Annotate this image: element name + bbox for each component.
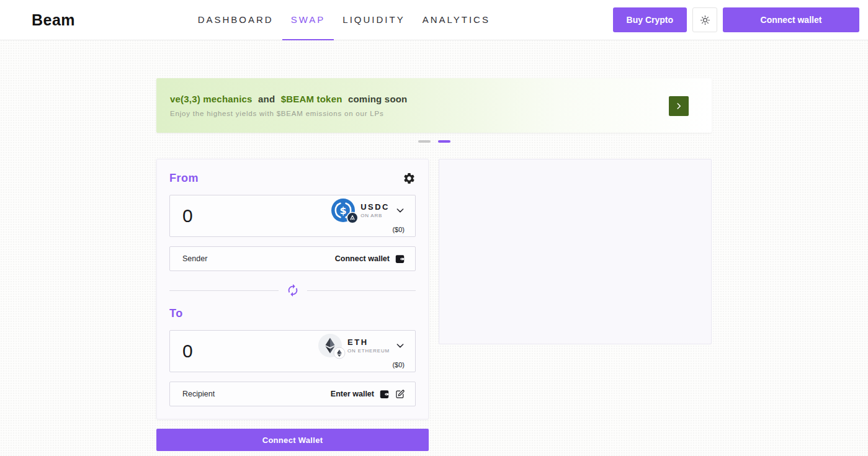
carousel-dot-1[interactable]	[418, 140, 431, 143]
from-amount-input[interactable]	[182, 205, 282, 226]
sender-row: Sender Connect wallet	[169, 246, 416, 271]
swap-divider	[169, 284, 416, 297]
swap-card: From USDC	[156, 159, 429, 419]
brand-name: Beam	[32, 11, 75, 29]
sun-icon	[699, 14, 711, 26]
promo-banner-title: ve(3,3) mechanics and $BEAM token coming…	[170, 94, 662, 104]
chevron-down-icon	[395, 341, 405, 351]
eth-badge-icon	[333, 347, 346, 359]
to-token-network: ON ETHEREUM	[347, 348, 390, 354]
brand-logo[interactable]: Beam	[9, 7, 75, 32]
banner-title-part: and	[258, 94, 275, 104]
wallet-icon	[395, 254, 405, 264]
promo-banner: ve(3,3) mechanics and $BEAM token coming…	[156, 78, 712, 133]
header-actions: Buy Crypto Connect wallet	[613, 7, 859, 32]
from-fiat-value: ($0)	[392, 226, 405, 233]
divider-line	[307, 290, 416, 291]
carousel-dot-2[interactable]	[438, 140, 450, 143]
recipient-label: Recipient	[182, 390, 215, 398]
banner-title-part: ve(3,3) mechanics	[170, 94, 253, 104]
to-amount-input[interactable]	[182, 341, 282, 362]
sender-label: Sender	[182, 254, 207, 263]
sender-connect-wallet[interactable]: Connect wallet	[335, 254, 405, 264]
nav-swap[interactable]: SWAP	[282, 0, 334, 40]
recipient-action-label: Enter wallet	[331, 390, 374, 398]
edit-icon[interactable]	[395, 389, 405, 400]
nav-liquidity[interactable]: LIQUIDITY	[334, 0, 413, 40]
to-amount-box: ETH ON ETHEREUM ($0)	[169, 330, 416, 372]
beam-logo-icon	[9, 7, 27, 32]
chevron-down-icon	[395, 205, 405, 215]
gear-icon[interactable]	[403, 172, 416, 185]
swap-column: From USDC	[156, 159, 429, 451]
theme-toggle-button[interactable]	[692, 7, 717, 32]
swap-refresh-icon[interactable]	[286, 284, 300, 297]
nav-dashboard[interactable]: DASHBOARD	[189, 0, 282, 40]
divider-line	[169, 290, 279, 291]
from-token-selector[interactable]: USDC ON ARB ($0)	[331, 199, 405, 233]
nav-analytics[interactable]: ANALYTICS	[414, 0, 499, 40]
banner-title-part: coming soon	[348, 94, 408, 104]
to-token-selector[interactable]: ETH ON ETHEREUM ($0)	[318, 334, 405, 369]
promo-banner-subtitle: Enjoy the highest yields with $BEAM emis…	[170, 110, 662, 117]
beam-watermark-icon	[561, 233, 589, 271]
banner-next-button[interactable]	[669, 96, 689, 116]
page: Beam DASHBOARD SWAP LIQUIDITY ANALYTICS …	[0, 0, 868, 456]
main-nav: DASHBOARD SWAP LIQUIDITY ANALYTICS	[75, 0, 612, 40]
wallet-icon	[379, 389, 390, 400]
from-heading: From	[169, 172, 199, 185]
banner-carousel-dots	[156, 140, 712, 143]
header-connect-wallet-button[interactable]: Connect wallet	[723, 7, 859, 32]
to-fiat-value: ($0)	[392, 361, 405, 369]
sender-action-label: Connect wallet	[335, 254, 390, 263]
recipient-enter-wallet[interactable]: Enter wallet	[331, 389, 405, 400]
from-token-symbol: USDC	[360, 202, 390, 212]
header: Beam DASHBOARD SWAP LIQUIDITY ANALYTICS …	[0, 0, 868, 40]
from-token-network: ON ARB	[360, 213, 382, 218]
chevron-right-icon	[674, 102, 683, 110]
swap-preview-panel	[439, 159, 712, 344]
from-amount-box: USDC ON ARB ($0)	[169, 195, 416, 237]
recipient-row: Recipient Enter wallet	[169, 382, 416, 406]
banner-title-part: $BEAM token	[281, 94, 342, 104]
to-token-symbol: ETH	[347, 338, 369, 347]
arbitrum-badge-icon	[346, 212, 359, 224]
to-heading: To	[169, 307, 183, 320]
buy-crypto-button[interactable]: Buy Crypto	[613, 7, 687, 32]
connect-wallet-submit-button[interactable]: Connect Wallet	[156, 429, 429, 451]
